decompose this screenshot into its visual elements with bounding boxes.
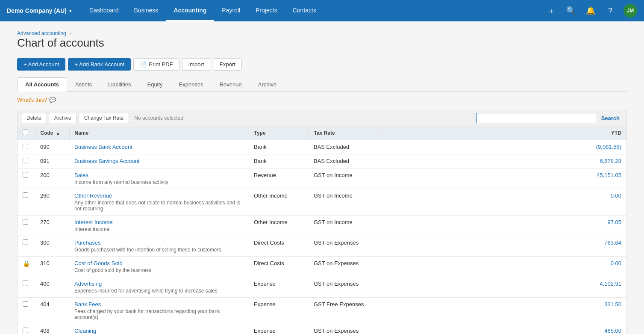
breadcrumb-parent[interactable]: Advanced accounting (17, 30, 66, 36)
row-checkbox[interactable] (23, 172, 28, 177)
row-checkbox-cell (18, 189, 35, 216)
account-name-link[interactable]: Bank Fees (74, 301, 101, 307)
account-type: Direct Costs (249, 257, 309, 277)
notifications-icon[interactable]: 🔔 (584, 4, 597, 17)
tab-expenses[interactable]: Expenses (171, 77, 212, 92)
search-button[interactable]: Search (598, 113, 623, 123)
header-checkbox-col (18, 126, 35, 140)
nav-items: Dashboard Business Accounting Payroll Pr… (82, 0, 545, 21)
row-checkbox[interactable] (23, 301, 28, 307)
add-account-button[interactable]: + Add Account (17, 58, 65, 71)
nav-item-contacts[interactable]: Contacts (285, 0, 324, 21)
account-name-cell: CleaningExpenses incurred for cleaning b… (69, 324, 249, 334)
account-type: Direct Costs (249, 236, 309, 257)
row-checkbox[interactable] (23, 144, 28, 149)
company-name: Demo Company (AU) (7, 7, 67, 14)
account-ytd: 4,102.91 (377, 277, 627, 298)
add-bank-account-button[interactable]: + Add Bank Account (68, 58, 131, 71)
account-name-link[interactable]: Advertising (74, 281, 102, 287)
search-icon[interactable]: 🔍 (565, 4, 577, 17)
header-code[interactable]: Code ▲ (35, 126, 69, 140)
account-name-link[interactable]: Business Bank Account (74, 144, 132, 150)
account-name-cell: Business Bank Account (69, 140, 249, 154)
table-row: 090Business Bank AccountBankBAS Excluded… (18, 140, 627, 154)
account-description: Any other income that does not relate to… (74, 200, 244, 212)
account-ytd: 465.00 (377, 324, 627, 334)
accounts-table: Code ▲ Name Type Tax Rate YTD 090Busines… (17, 126, 627, 334)
header-type: Type (249, 126, 309, 140)
account-description: Income from any normal business activity (74, 179, 244, 185)
tab-liabilities[interactable]: Liabilities (100, 77, 139, 92)
nav-item-payroll[interactable]: Payroll (214, 0, 248, 21)
search-area: Search (476, 113, 623, 123)
nav-item-projects[interactable]: Projects (248, 0, 285, 21)
row-checkbox-cell (18, 236, 35, 257)
import-button[interactable]: Import (182, 58, 211, 71)
help-icon[interactable]: ? (604, 4, 617, 17)
change-tax-rate-button[interactable]: Change Tax Rate (79, 113, 129, 123)
row-checkbox-cell (18, 277, 35, 298)
table-row: 400AdvertisingExpenses incurred for adve… (18, 277, 627, 298)
account-type: Bank (249, 154, 309, 168)
row-checkbox[interactable] (23, 158, 28, 163)
sort-arrow-icon: ▲ (56, 131, 60, 136)
account-name-cell: Interest IncomeInterest income (69, 216, 249, 236)
account-type: Other Income (249, 189, 309, 216)
nav-item-dashboard[interactable]: Dashboard (82, 0, 126, 21)
no-selected-text: No accounts selected (134, 115, 474, 121)
whats-this-link[interactable]: What's this? 💬 (17, 97, 627, 103)
archive-button[interactable]: Archive (49, 113, 77, 123)
row-checkbox[interactable] (23, 281, 28, 286)
tab-equity[interactable]: Equity (139, 77, 171, 92)
account-name-link[interactable]: Cleaning (74, 328, 96, 334)
top-navigation: Demo Company (AU) ▾ Dashboard Business A… (0, 0, 644, 21)
account-name-link[interactable]: Business Savings Account (74, 158, 139, 164)
pdf-icon: 📄 (140, 61, 147, 68)
table-row: 🔒310Cost of Goods SoldCost of good sold … (18, 257, 627, 277)
table-row: 408CleaningExpenses incurred for cleanin… (18, 324, 627, 334)
account-description: Goods purchased with the intention of se… (74, 247, 244, 253)
row-checkbox[interactable] (23, 192, 28, 198)
action-buttons: + Add Account + Add Bank Account 📄 Print… (17, 58, 627, 71)
account-name-link[interactable]: Interest Income (74, 219, 113, 225)
account-name-link[interactable]: Sales (74, 172, 88, 178)
row-checkbox-cell (18, 168, 35, 189)
account-type: Expense (249, 298, 309, 324)
account-ytd: 97.05 (377, 216, 627, 236)
row-checkbox[interactable] (23, 239, 28, 245)
row-checkbox[interactable] (23, 219, 28, 225)
tab-assets[interactable]: Assets (67, 77, 100, 92)
account-code: 270 (35, 216, 69, 236)
account-type: Bank (249, 140, 309, 154)
account-code: 408 (35, 324, 69, 334)
account-name-cell: Cost of Goods SoldCost of good sold by t… (69, 257, 249, 277)
avatar[interactable]: JM (623, 4, 637, 18)
account-code: 400 (35, 277, 69, 298)
row-checkbox-cell (18, 298, 35, 324)
table-row: 270Interest IncomeInterest incomeOther I… (18, 216, 627, 236)
account-name-link[interactable]: Other Revenue (74, 192, 112, 199)
row-checkbox-cell (18, 140, 35, 154)
account-name-link[interactable]: Purchases (74, 239, 100, 246)
account-name-link[interactable]: Cost of Goods Sold (74, 260, 123, 266)
breadcrumb-separator: › (69, 30, 71, 36)
delete-button[interactable]: Delete (21, 113, 47, 123)
search-input[interactable] (476, 113, 596, 123)
account-code: 260 (35, 189, 69, 216)
account-tax-rate: GST on Expenses (309, 277, 377, 298)
add-icon[interactable]: ＋ (545, 4, 558, 17)
row-checkbox[interactable] (23, 328, 28, 333)
chevron-down-icon: ▾ (69, 9, 71, 13)
select-all-checkbox[interactable] (23, 130, 28, 135)
company-selector[interactable]: Demo Company (AU) ▾ (7, 7, 71, 14)
export-button[interactable]: Export (213, 58, 242, 71)
nav-item-business[interactable]: Business (126, 0, 166, 21)
print-pdf-button[interactable]: 📄 Print PDF (133, 58, 179, 71)
tab-archive[interactable]: Archive (250, 77, 285, 92)
lock-icon: 🔒 (23, 260, 30, 267)
table-row: 404Bank FeesFees charged by your bank fo… (18, 298, 627, 324)
tab-revenue[interactable]: Revenue (212, 77, 250, 92)
nav-item-accounting[interactable]: Accounting (166, 0, 214, 21)
tab-all-accounts[interactable]: All Accounts (17, 77, 67, 92)
account-tax-rate: GST on Income (309, 168, 377, 189)
